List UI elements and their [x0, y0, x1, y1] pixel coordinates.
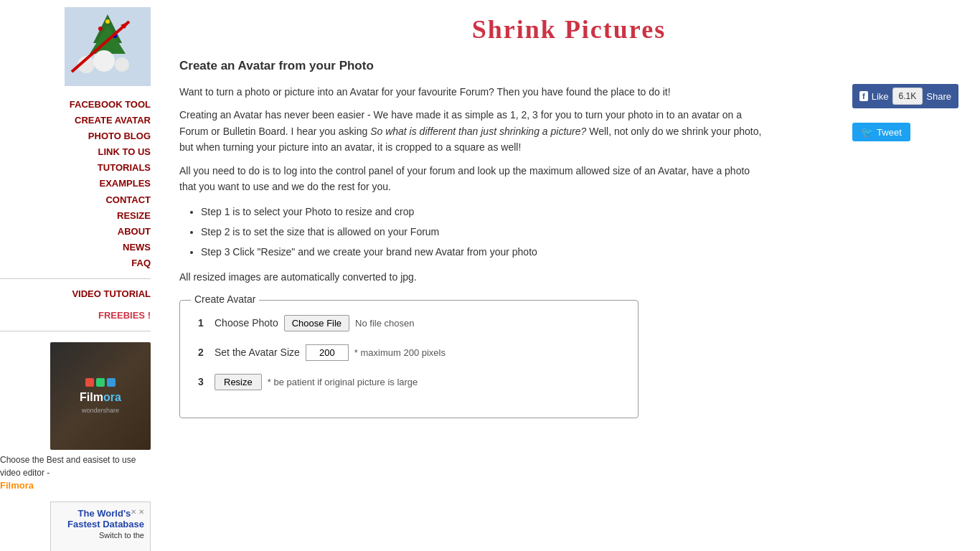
- intro-para2: Creating an Avatar has never been easier…: [179, 107, 768, 155]
- patient-text: * be patient if original picture is larg…: [268, 377, 418, 387]
- fb-like-label: Like: [872, 91, 889, 102]
- step1-number: 1: [198, 317, 209, 329]
- step-3: Step 3 Click "Resize" and we create your…: [201, 242, 958, 262]
- nav-link-photo-blog[interactable]: PHOTO BLOG: [0, 128, 151, 144]
- nav-link-facebook-tool[interactable]: FACEBOOK TOOL: [0, 97, 151, 113]
- tweet-button[interactable]: 🐦 Tweet: [852, 123, 910, 141]
- fb-icon: f: [859, 91, 868, 101]
- svg-point-9: [105, 19, 110, 24]
- filmora-caption: Choose the Best and easiset to use video…: [0, 453, 151, 479]
- ad-box: ✕ ✕ The World's Fastest Database Switch …: [50, 501, 151, 551]
- intro-para2-italic: So what is different than just shrinking…: [370, 126, 586, 137]
- nav-divider: [0, 278, 151, 279]
- choose-file-button[interactable]: Choose File: [284, 315, 349, 331]
- filmora-link[interactable]: Filmora: [0, 480, 34, 491]
- fb-share-label: Share: [926, 91, 951, 102]
- tweet-label: Tweet: [877, 127, 902, 138]
- social-bar: f Like 6.1K Share 🐦 Tweet: [852, 84, 958, 141]
- form-row-3: 3 Resize * be patient if original pictur…: [198, 374, 620, 390]
- nav-link-freebies[interactable]: FREEBIES !: [0, 308, 151, 324]
- step1-label: Choose Photo: [215, 317, 278, 329]
- file-input-wrapper: Choose File No file chosen: [284, 315, 415, 331]
- create-avatar-section: Create Avatar 1 Choose Photo Choose File…: [179, 300, 958, 418]
- nav-link-news[interactable]: NEWS: [0, 240, 151, 255]
- main-content: Shrink Pictures Create an Avatar from yo…: [158, 0, 980, 551]
- filmora-ad: Filmora wondershare Choose the Best and …: [0, 342, 151, 491]
- step2-number: 2: [198, 347, 209, 358]
- step2-label: Set the Avatar Size: [215, 347, 300, 358]
- facebook-like-button[interactable]: f Like 6.1K Share: [852, 84, 958, 108]
- steps-list: Step 1 is to select your Photo to resize…: [201, 202, 958, 262]
- nav-divider-2: [0, 331, 151, 331]
- form-legend: Create Avatar: [191, 293, 259, 305]
- twitter-icon: 🐦: [861, 126, 873, 138]
- svg-point-5: [93, 50, 115, 72]
- sidebar-logo: [65, 7, 151, 86]
- sidebar-nav: FACEBOOK TOOL CREATE AVATAR PHOTO BLOG L…: [0, 97, 151, 271]
- ad-subtitle: Switch to the: [57, 531, 144, 540]
- nav-link-create-avatar[interactable]: CREATE AVATAR: [0, 113, 151, 128]
- note-text: All resized images are automatically con…: [179, 269, 768, 285]
- intro-para3: All you need to do is to log into the co…: [179, 163, 768, 195]
- nav-link-video-tutorial[interactable]: VIDEO TUTORIAL: [0, 286, 151, 302]
- fb-count: 6.1K: [892, 88, 923, 105]
- no-file-text: No file chosen: [355, 318, 414, 329]
- intro-para1: Want to turn a photo or picture into an …: [179, 84, 768, 100]
- resize-button[interactable]: Resize: [215, 374, 262, 390]
- page-title: Shrink Pictures: [179, 14, 958, 44]
- step3-number: 3: [198, 376, 209, 387]
- nav-link-link-to-us[interactable]: LINK TO US: [0, 144, 151, 160]
- step-2: Step 2 is to set the size that is allowe…: [201, 222, 958, 242]
- step-1: Step 1 is to select your Photo to resize…: [201, 202, 958, 222]
- form-container: Create Avatar 1 Choose Photo Choose File…: [179, 300, 639, 418]
- size-input[interactable]: [306, 344, 349, 361]
- max-text: * maximum 200 pixels: [354, 347, 446, 358]
- sidebar: FACEBOOK TOOL CREATE AVATAR PHOTO BLOG L…: [0, 0, 158, 551]
- form-row-1: 1 Choose Photo Choose File No file chose…: [198, 315, 620, 331]
- filmora-image: Filmora wondershare: [50, 342, 151, 450]
- ad-close[interactable]: ✕ ✕: [131, 508, 144, 516]
- nav-link-contact[interactable]: CONTACT: [0, 192, 151, 208]
- nav-link-resize[interactable]: RESIZE: [0, 208, 151, 224]
- svg-point-6: [115, 57, 129, 72]
- nav-link-faq[interactable]: FAQ: [0, 255, 151, 271]
- svg-point-7: [98, 27, 103, 31]
- form-row-2: 2 Set the Avatar Size * maximum 200 pixe…: [198, 344, 620, 361]
- nav-link-about[interactable]: ABOUT: [0, 224, 151, 240]
- nav-link-examples[interactable]: EXAMPLES: [0, 176, 151, 192]
- nav-link-tutorials[interactable]: TUTORIALS: [0, 160, 151, 176]
- section-title: Create an Avatar from your Photo: [179, 59, 958, 73]
